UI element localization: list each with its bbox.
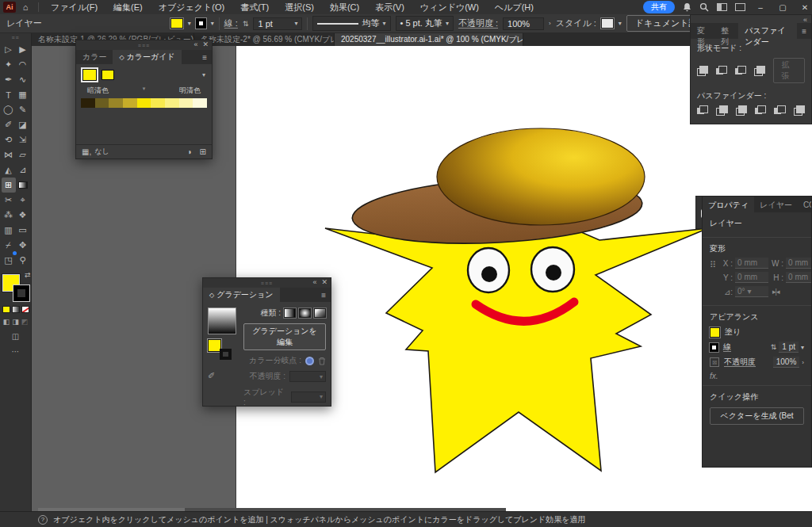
tab-align[interactable]: 整列 [714,23,738,39]
blend-tool[interactable]: ❖ [16,208,30,223]
menu-type[interactable]: 書式(T) [233,0,276,15]
menu-effect[interactable]: 効果(C) [323,0,366,15]
stroke-color-swatch[interactable] [196,18,206,29]
opacity-label[interactable]: 不透明度 [724,357,756,368]
eyedropper-icon[interactable]: ✐ [208,371,238,381]
x-field[interactable]: 0 mm [735,258,768,269]
edit-colors-icon[interactable]: ◑ [187,147,192,156]
menu-view[interactable]: 表示(V) [368,0,412,15]
curvature-tool[interactable]: ∿ [16,72,30,87]
menu-file[interactable]: ファイル(F) [44,0,105,15]
home-icon[interactable]: ⌂ [17,2,33,12]
collapse-icon[interactable]: « [193,40,197,48]
artboard-tool[interactable]: ▭ [16,223,30,238]
menu-select[interactable]: 選択(S) [278,0,321,15]
panel-header[interactable]: ≡≡≡ «✕ [203,278,331,288]
symbol-sprayer-tool[interactable]: ⁂ [2,208,16,223]
expand-button[interactable]: 拡張 [773,58,806,83]
column-graph-tool[interactable]: ▥ [2,223,16,238]
angle-field[interactable]: 0° ▾ [735,286,768,297]
minus-back-icon[interactable] [794,105,805,116]
opacity-field[interactable]: 100% [503,17,544,30]
stroke-dropdown-icon[interactable]: ▾ [211,20,214,27]
stroke-stepper[interactable]: ⇅ [771,343,777,351]
eraser-tool[interactable]: ◪ [16,117,30,132]
scale-tool[interactable]: ⇲ [16,132,30,147]
arrange-documents-icon[interactable] [735,3,745,11]
draw-normal-icon[interactable]: ◧ [3,318,10,326]
edit-toolbar-icon[interactable]: ⋯ [12,347,20,356]
harmony-dropdown-icon[interactable]: ▾ [202,71,205,78]
freeform-gradient-icon[interactable] [314,308,326,318]
minus-front-icon[interactable] [716,66,727,76]
ramp-swatch[interactable] [137,98,151,108]
none-button[interactable] [21,306,29,313]
tab-properties[interactable]: プロパティ [703,197,754,212]
paintbrush-tool[interactable]: ✎ [16,102,30,117]
ramp-swatch[interactable] [179,98,193,108]
close-icon[interactable]: ✕ [321,278,327,286]
menu-edit[interactable]: 編集(E) [106,0,150,15]
search-icon[interactable] [699,2,709,12]
limit-swatch-group-icon[interactable]: ▦, [82,147,91,156]
color-button[interactable] [2,306,10,313]
panel-grip[interactable]: ≡≡ [11,33,19,42]
app-logo-icon[interactable]: Ai [3,2,16,13]
minimize-button[interactable]: – [753,3,768,12]
doc-tab-2[interactable]: 名称未設定-2* @ 56.69 % (CMYK/プレビュー) ✕ [194,33,335,46]
exclude-icon[interactable] [754,66,765,76]
divide-icon[interactable] [697,105,708,116]
style-swatch[interactable] [601,18,614,29]
ramp-swatch[interactable] [109,98,123,108]
ramp-swatch[interactable] [123,98,137,108]
ramp-swatch[interactable] [81,98,95,108]
panel-menu-icon[interactable]: ≡ [316,288,331,302]
close-button[interactable]: ✕ [798,3,812,12]
collapse-icon[interactable]: « [803,16,807,24]
stroke-swatch[interactable] [220,349,232,360]
tab-gradient[interactable]: ◇グラデーション [203,288,280,302]
swap-fill-stroke-icon[interactable]: ⇄ [25,271,31,279]
scissors-tool[interactable]: ✂ [2,193,16,208]
tab-transform[interactable]: 変形 [691,23,714,39]
collapse-icon[interactable]: « [312,278,316,286]
color-stop-icon[interactable] [305,357,314,365]
help-icon[interactable]: ? [38,515,48,525]
stroke-label[interactable]: 線 [723,342,731,353]
fill-color-swatch[interactable] [170,18,183,29]
delete-stop-icon[interactable] [318,357,326,365]
gradient-tool[interactable] [16,178,30,193]
shaper-tool[interactable]: ✐ [2,117,16,132]
w-field[interactable]: 0 mm [786,258,812,269]
rectangle-grid-tool[interactable]: ▦ [16,87,30,102]
width-profile-field[interactable]: 均等▾ [312,16,390,31]
mesh-tool[interactable]: ⊞ [2,178,16,193]
stroke-weight-field[interactable]: 1 pt▾ [253,17,302,30]
edit-gradient-button[interactable]: グラデーションを編集 [243,323,326,350]
spread-field[interactable]: ▾ [291,391,327,403]
ramp-swatch[interactable] [151,98,165,108]
ramp-swatch[interactable] [193,98,207,108]
style-dropdown-icon[interactable]: ▾ [619,20,622,27]
panel-menu-icon[interactable]: ≡ [197,50,212,64]
selection-tool[interactable]: ▶ [16,42,30,57]
direct-selection-tool[interactable]: ▷ [2,42,16,57]
tab-color-guide[interactable]: ◇カラーガイド [113,50,181,64]
radial-gradient-icon[interactable] [299,308,311,318]
close-icon[interactable]: ✕ [202,40,209,48]
rotate-tool[interactable]: ⟲ [2,132,16,147]
stroke-weight-label[interactable]: 線 : [224,17,238,29]
trim-icon[interactable] [716,105,727,116]
unite-icon[interactable] [697,66,708,76]
width-tool[interactable]: ⋈ [2,147,16,162]
rotate-view-tool[interactable]: ◳ [2,253,16,268]
draw-behind-icon[interactable]: ◨ [12,318,19,326]
intersect-icon[interactable] [735,66,746,76]
base-color-swatch[interactable] [82,69,97,81]
fill-swatch[interactable] [710,327,720,338]
opacity-field[interactable]: 100% › [773,357,804,368]
ramp-swatch[interactable] [165,98,179,108]
variation-swatch[interactable] [102,70,114,80]
star-body[interactable] [325,203,708,472]
flip-horizontal-icon[interactable]: ▸|◂ [772,288,779,296]
